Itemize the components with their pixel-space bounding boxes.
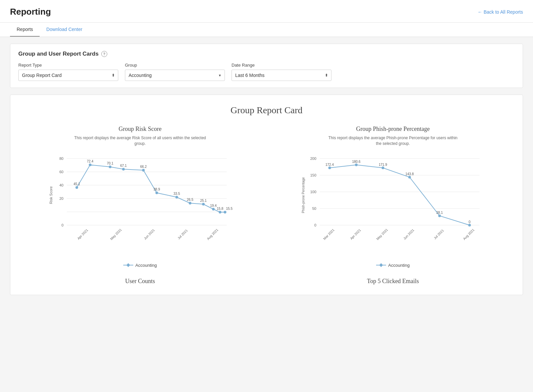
svg-text:67.1: 67.1 [120,164,127,168]
filter-section: Group and User Report Cards ? Report Typ… [10,44,523,88]
report-type-group: Report Type Group Report Card [18,63,118,81]
svg-point-21 [212,208,215,210]
report-type-select[interactable]: Group Report Card [18,70,118,81]
svg-text:45.1: 45.1 [74,182,80,186]
svg-text:Apr 2021: Apr 2021 [77,228,89,240]
svg-point-15 [122,168,125,171]
svg-text:100: 100 [310,190,316,194]
svg-text:0: 0 [314,223,316,227]
bottom-charts-row: User Counts Top 5 Clicked Emails [17,278,516,285]
risk-score-chart-container: Group Risk Score This report displays th… [17,126,263,268]
svg-text:15.5: 15.5 [226,207,233,210]
svg-text:0: 0 [61,223,63,227]
svg-text:66.2: 66.2 [140,165,147,169]
svg-text:172.4: 172.4 [325,163,334,167]
svg-text:Jul 2021: Jul 2021 [177,228,189,240]
phish-prone-chart: 200 150 100 50 0 Phish-prone Percentage [270,152,516,259]
svg-point-19 [189,202,192,204]
risk-score-title: Group Risk Score [17,126,263,133]
report-type-select-wrapper: Group Report Card [18,70,118,81]
date-range-select-wrapper: Last 6 Months [232,70,331,81]
svg-point-54 [382,167,384,169]
report-type-label: Report Type [18,63,118,68]
svg-point-12 [76,186,78,189]
top-clicked-section: Top 5 Clicked Emails [270,278,516,285]
svg-text:15.8: 15.8 [217,207,224,210]
svg-text:Aug 2021: Aug 2021 [206,228,219,240]
svg-point-17 [156,192,158,194]
svg-text:Jul 2021: Jul 2021 [433,228,445,240]
svg-text:28.1: 28.1 [436,211,443,214]
svg-text:0: 0 [469,220,471,224]
svg-text:40: 40 [59,183,63,187]
svg-text:Jun 2021: Jun 2021 [403,228,415,240]
svg-point-56 [438,214,441,217]
filter-section-title: Group and User Report Cards ? [18,51,515,57]
svg-point-53 [355,164,358,166]
svg-point-13 [89,164,92,166]
svg-text:80: 80 [59,157,63,161]
svg-text:Phish-prone Percentage: Phish-prone Percentage [301,177,305,213]
svg-text:26.5: 26.5 [187,198,194,201]
svg-point-20 [202,203,205,205]
risk-score-chart: 80 60 40 20 0 Risk Score [17,152,263,259]
tabs-nav: Reports Download Center [10,23,523,37]
date-range-group: Date Range Last 6 Months [232,63,331,81]
svg-text:Apr 2021: Apr 2021 [349,228,362,240]
report-card-section: Group Report Card Group Risk Score This … [10,95,523,295]
user-counts-section: User Counts [17,278,263,285]
svg-point-57 [468,224,471,226]
svg-point-14 [109,166,112,168]
tab-reports[interactable]: Reports [10,23,40,37]
svg-text:50: 50 [312,206,316,210]
svg-text:25.1: 25.1 [200,199,207,202]
svg-text:Mar 2021: Mar 2021 [322,228,335,240]
charts-row: Group Risk Score This report displays th… [17,126,516,268]
risk-score-subtitle: This report displays the average Risk Sc… [74,135,207,147]
svg-text:70.1: 70.1 [107,162,114,165]
svg-text:38.9: 38.9 [154,188,160,191]
svg-point-22 [219,211,222,213]
phish-prone-subtitle: This report displays the average Phish-p… [326,135,460,147]
svg-text:60: 60 [59,170,63,174]
svg-text:May 2021: May 2021 [376,227,389,240]
back-to-reports-link[interactable]: Back to All Reports [478,9,523,15]
risk-score-legend-line: Accounting [123,263,157,268]
filter-form-row: Report Type Group Report Card Group Acco… [18,63,515,81]
svg-text:72.4: 72.4 [87,160,94,163]
svg-text:33.5: 33.5 [174,192,180,196]
group-group: Group Accounting [125,63,225,81]
top-clicked-title: Top 5 Clicked Emails [270,278,516,285]
user-counts-title: User Counts [17,278,263,285]
group-label: Group [125,63,225,68]
svg-text:19.4: 19.4 [210,204,217,207]
svg-text:Aug 2021: Aug 2021 [462,228,475,240]
phish-prone-title: Group Phish-prone Percentage [270,126,516,133]
phish-prone-legend-line: Accounting [376,263,409,268]
svg-point-55 [408,176,411,179]
svg-text:20: 20 [59,196,63,200]
risk-score-legend: Accounting [17,263,263,268]
group-select-wrapper: Accounting [125,70,225,81]
help-icon[interactable]: ? [101,51,107,57]
group-select[interactable]: Accounting [125,70,225,81]
risk-score-legend-label: Accounting [135,263,157,268]
svg-text:143.8: 143.8 [405,172,414,176]
phish-prone-chart-container: Group Phish-prone Percentage This report… [270,126,516,268]
svg-point-23 [224,211,227,213]
svg-text:Jun 2021: Jun 2021 [143,228,156,240]
tab-download-center[interactable]: Download Center [40,23,89,37]
svg-point-52 [328,167,331,169]
svg-text:150: 150 [310,173,316,177]
svg-text:171.9: 171.9 [379,163,387,167]
svg-text:May 2021: May 2021 [110,227,123,240]
svg-text:Risk Score: Risk Score [49,186,53,204]
page-title: Reporting [10,7,51,17]
svg-text:200: 200 [310,157,316,161]
svg-text:180.6: 180.6 [352,160,360,164]
date-range-select[interactable]: Last 6 Months [232,70,331,81]
svg-point-16 [142,169,145,172]
phish-prone-legend-label: Accounting [388,263,409,268]
report-card-title: Group Report Card [17,105,516,116]
svg-point-18 [176,196,178,198]
